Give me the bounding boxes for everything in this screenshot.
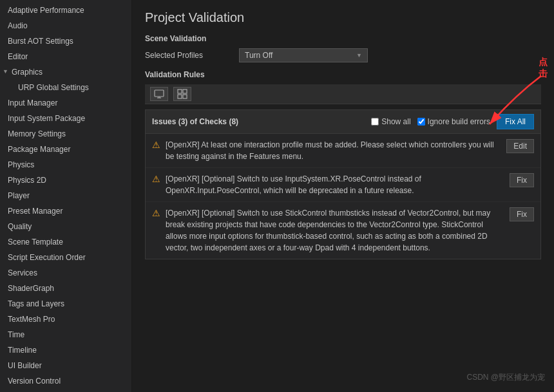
- dropdown-value: Turn Off: [245, 51, 272, 60]
- monitor-icon: [154, 89, 164, 99]
- warning-icon-3: ⚠: [152, 208, 160, 218]
- monitor-icon-btn[interactable]: [150, 87, 168, 101]
- sidebar-item-graphics[interactable]: ▼ Graphics: [0, 64, 131, 80]
- fix-all-button[interactable]: Fix All: [497, 114, 534, 129]
- svg-rect-4: [183, 89, 187, 93]
- sidebar-label: Tags and Layers: [8, 298, 64, 310]
- sidebar-item-urp-global[interactable]: URP Global Settings: [0, 80, 131, 95]
- sidebar-label: Memory Settings: [8, 128, 66, 140]
- issue-text-3: [OpenXR] [Optional] Switch to use StickC…: [166, 207, 504, 254]
- sidebar-item-ui-builder[interactable]: UI Builder: [0, 358, 131, 373]
- sidebar-label: Audio: [8, 20, 28, 32]
- sidebar-item-physics[interactable]: Physics: [0, 157, 131, 173]
- sidebar-item-visual-scripting[interactable]: Visual Scripting: [0, 389, 131, 392]
- sidebar-item-editor[interactable]: Editor: [0, 49, 131, 64]
- grid-icon: [177, 89, 187, 99]
- sidebar-item-services[interactable]: Services: [0, 265, 131, 281]
- show-all-label: Show all: [381, 117, 410, 126]
- main-content: Project Validation Scene Validation Sele…: [132, 0, 554, 392]
- grid-icon-btn[interactable]: [173, 87, 191, 101]
- issues-controls: Show all Ignore build errors Fix All: [371, 114, 534, 129]
- edit-button-1[interactable]: Edit: [506, 139, 534, 153]
- selected-profiles-row: Selected Profiles Turn Off ▼: [145, 48, 541, 62]
- issue-row-1: ⚠ [OpenXR] At least one interaction prof…: [146, 134, 540, 168]
- sidebar-item-time[interactable]: Time: [0, 327, 131, 342]
- sidebar-label: Adaptive Performance: [8, 5, 84, 16]
- sidebar-item-package-manager[interactable]: Package Manager: [0, 142, 131, 157]
- sidebar-label: Quality: [8, 221, 32, 232]
- validation-rules-label: Validation Rules: [145, 70, 541, 79]
- sidebar-label: Preset Manager: [8, 205, 62, 217]
- issues-panel: Issues (3) of Checks (8) Show all Ignore…: [145, 109, 541, 259]
- sidebar-item-preset-manager[interactable]: Preset Manager: [0, 203, 131, 219]
- ignore-build-errors-text: Ignore build errors: [428, 117, 490, 126]
- sidebar-label: URP Global Settings: [18, 82, 89, 93]
- fix-button-2[interactable]: Fix: [510, 173, 534, 187]
- chevron-down-icon: ▼: [356, 52, 362, 59]
- sidebar-label: Input System Package: [8, 113, 85, 124]
- warning-icon-2: ⚠: [152, 174, 160, 184]
- sidebar-item-timeline[interactable]: Timeline: [0, 342, 131, 358]
- svg-rect-0: [155, 90, 164, 97]
- page-title: Project Validation: [145, 10, 541, 25]
- icon-toolbar: [145, 84, 541, 104]
- sidebar-label: TextMesh Pro: [8, 313, 55, 325]
- sidebar-label: Scene Template: [8, 236, 63, 248]
- sidebar: Adaptive Performance Audio Burst AOT Set…: [0, 0, 132, 392]
- sidebar-item-shadergraph[interactable]: ShaderGraph: [0, 281, 131, 296]
- issue-row-2: ⚠ [OpenXR] [Optional] Switch to use Inpu…: [146, 168, 540, 202]
- sidebar-label: Graphics: [12, 66, 43, 78]
- sidebar-label: Package Manager: [8, 144, 70, 155]
- ignore-build-errors-label[interactable]: Ignore build errors: [417, 117, 490, 126]
- issue-text-1: [OpenXR] At least one interaction profil…: [166, 139, 501, 162]
- show-all-checkbox[interactable]: [371, 118, 379, 126]
- sidebar-label: Physics: [8, 159, 34, 171]
- svg-rect-5: [178, 95, 182, 98]
- sidebar-label: Services: [8, 267, 37, 279]
- selected-profiles-label: Selected Profiles: [145, 51, 229, 60]
- ignore-build-errors-checkbox[interactable]: [417, 118, 425, 126]
- sidebar-item-memory[interactable]: Memory Settings: [0, 126, 131, 142]
- sidebar-item-player[interactable]: Player: [0, 188, 131, 203]
- sidebar-label: Time: [8, 329, 24, 341]
- selected-profiles-dropdown[interactable]: Turn Off ▼: [239, 48, 368, 62]
- show-all-checkbox-label[interactable]: Show all: [371, 117, 410, 126]
- sidebar-item-input-manager[interactable]: Input Manager: [0, 95, 131, 111]
- fix-button-3[interactable]: Fix: [510, 207, 534, 221]
- sidebar-label: Version Control: [8, 375, 61, 387]
- svg-rect-3: [178, 89, 182, 93]
- sidebar-item-quality[interactable]: Quality: [0, 219, 131, 234]
- sidebar-label: Burst AOT Settings: [8, 35, 73, 47]
- watermark: CSDN @野区捕龙为宠: [466, 372, 545, 383]
- sidebar-label: UI Builder: [8, 360, 42, 371]
- issue-row-3: ⚠ [OpenXR] [Optional] Switch to use Stic…: [146, 202, 540, 259]
- scene-validation-label: Scene Validation: [145, 34, 541, 43]
- issues-header: Issues (3) of Checks (8) Show all Ignore…: [146, 110, 540, 134]
- sidebar-item-scene-template[interactable]: Scene Template: [0, 234, 131, 250]
- sidebar-item-adaptive-performance[interactable]: Adaptive Performance: [0, 3, 131, 18]
- issue-text-2: [OpenXR] [Optional] Switch to use InputS…: [166, 173, 504, 196]
- chevron-down-icon: ▼: [3, 68, 10, 77]
- sidebar-item-audio[interactable]: Audio: [0, 18, 131, 33]
- sidebar-item-input-system[interactable]: Input System Package: [0, 111, 131, 126]
- sidebar-item-burst-aot[interactable]: Burst AOT Settings: [0, 33, 131, 49]
- sidebar-item-tags-layers[interactable]: Tags and Layers: [0, 296, 131, 312]
- warning-icon-1: ⚠: [152, 140, 160, 150]
- sidebar-label: Editor: [8, 51, 28, 62]
- sidebar-item-physics-2d[interactable]: Physics 2D: [0, 173, 131, 188]
- sidebar-label: Input Manager: [8, 97, 57, 109]
- sidebar-item-textmesh-pro[interactable]: TextMesh Pro: [0, 312, 131, 327]
- svg-rect-6: [183, 95, 187, 98]
- sidebar-label: Timeline: [8, 344, 37, 356]
- sidebar-label: Player: [8, 190, 30, 201]
- sidebar-label: ShaderGraph: [8, 283, 54, 294]
- sidebar-item-version-control[interactable]: Version Control: [0, 373, 131, 389]
- sidebar-label: Physics 2D: [8, 174, 46, 186]
- sidebar-item-script-execution[interactable]: Script Execution Order: [0, 250, 131, 265]
- sidebar-label: Script Execution Order: [8, 252, 86, 263]
- issues-title: Issues (3) of Checks (8): [152, 117, 238, 126]
